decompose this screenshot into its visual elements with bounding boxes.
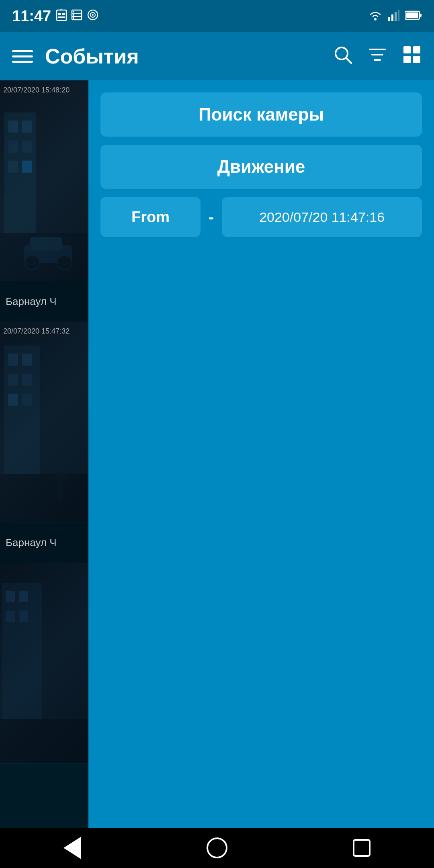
svg-rect-59 [2,583,42,719]
camera-thumb-1[interactable]: 20/07/2020 15:48:20 [0,80,88,281]
status-time: 11:47 [12,8,51,25]
search-button[interactable] [333,45,353,68]
svg-rect-29 [403,56,411,63]
main-layout: 20/07/2020 15:48:20 Барнаул Ч [0,80,434,828]
svg-rect-17 [395,12,397,21]
app-bar: События [0,32,434,80]
svg-rect-41 [30,237,62,251]
status-bar: 11:47 [0,0,434,32]
svg-rect-48 [22,354,32,366]
battery-icon [405,10,422,22]
vpn-icon [86,8,99,24]
content-panel: Поиск камеры Движение From - 2020/07/20 … [88,80,434,828]
svg-rect-30 [413,56,420,63]
app-bar-right [333,45,422,68]
hamburger-menu-button[interactable] [12,50,33,63]
camera-thumb-2[interactable]: 20/07/2020 15:47:32 [0,321,88,522]
svg-point-10 [73,17,74,19]
svg-rect-60 [6,591,15,602]
svg-rect-50 [22,374,32,386]
svg-point-13 [92,14,94,16]
svg-point-43 [57,256,72,270]
search-camera-button[interactable]: Поиск камеры [100,92,422,137]
camera-timestamp-2: 20/07/2020 15:47:32 [2,326,75,338]
svg-rect-4 [58,16,65,18]
svg-point-14 [374,18,377,20]
svg-rect-3 [62,13,65,15]
home-button[interactable] [201,832,233,864]
motion-button[interactable]: Движение [100,145,422,189]
nav-bar [0,828,434,868]
svg-rect-49 [8,374,18,386]
svg-rect-38 [22,161,32,173]
camera-label-text-1: Барнаул Ч [6,295,57,308]
date-separator: - [209,208,214,226]
svg-line-23 [346,58,351,63]
camera-timestamp-1: 20/07/2020 15:48:20 [2,84,75,97]
sim-icon [56,8,67,24]
app-bar-left: События [12,44,139,68]
sidebar: 20/07/2020 15:48:20 Барнаул Ч [0,80,88,828]
svg-rect-61 [19,591,28,602]
svg-text:20/07/2020 15:48:20: 20/07/2020 15:48:20 [3,86,70,94]
app-title: События [45,44,139,68]
svg-rect-20 [420,14,422,17]
status-left: 11:47 [12,8,99,25]
from-button[interactable]: From [100,197,201,237]
status-icons [56,8,99,24]
storage-icon [71,8,82,24]
svg-rect-52 [22,394,32,406]
camera-label-2: Барнаул Ч [0,522,88,563]
svg-rect-62 [6,611,15,622]
recent-apps-button[interactable] [346,832,378,864]
back-button[interactable] [56,832,88,864]
svg-rect-34 [22,121,32,133]
camera-label-1: Барнаул Ч [0,281,88,321]
svg-rect-37 [8,161,18,173]
svg-rect-15 [388,17,390,21]
camera-label-text-2: Барнаул Ч [6,536,57,549]
svg-rect-28 [413,46,420,53]
grid-view-button[interactable] [402,45,422,68]
svg-rect-2 [58,13,61,15]
svg-rect-47 [8,354,18,366]
svg-point-42 [25,256,39,270]
svg-rect-0 [57,10,66,20]
svg-rect-21 [406,12,418,18]
svg-point-8 [73,11,74,12]
svg-rect-53 [0,474,88,522]
signal-icon [388,9,399,23]
svg-rect-33 [8,121,18,133]
date-row: From - 2020/07/20 11:47:16 [100,197,422,237]
svg-rect-18 [398,10,399,21]
svg-text:20/07/2020 15:47:32: 20/07/2020 15:47:32 [3,327,70,335]
svg-rect-36 [22,141,32,153]
svg-rect-51 [8,394,18,406]
svg-rect-64 [0,719,88,763]
camera-thumb-3[interactable] [0,563,88,764]
svg-rect-55 [57,483,63,500]
status-right [368,9,422,23]
svg-rect-35 [8,141,18,153]
svg-point-54 [55,472,66,483]
svg-point-9 [73,14,74,16]
svg-rect-63 [19,611,28,622]
svg-rect-27 [403,46,411,53]
wifi-icon [368,10,383,23]
svg-rect-16 [391,14,393,21]
filter-button[interactable] [367,45,387,68]
date-value-button[interactable]: 2020/07/20 11:47:16 [222,197,422,237]
